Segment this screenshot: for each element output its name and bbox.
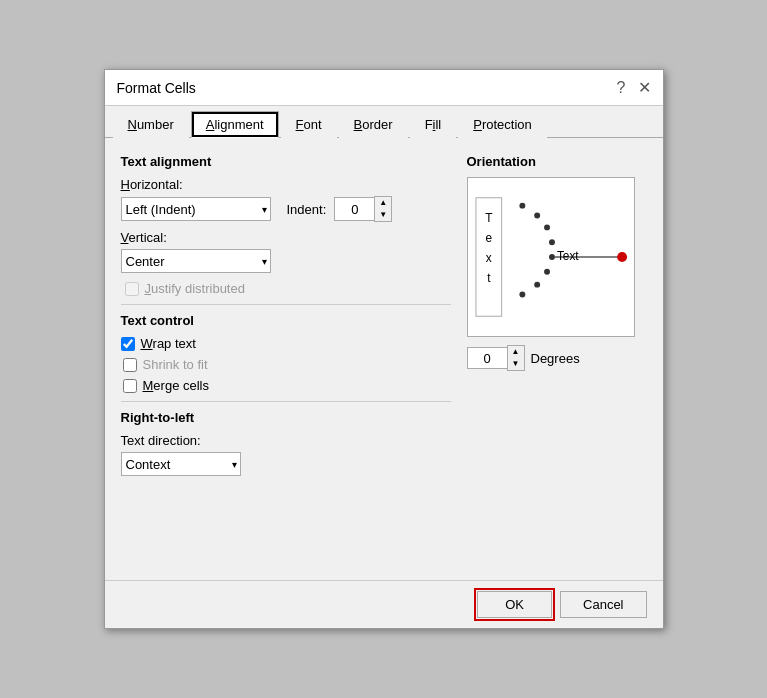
svg-point-10 xyxy=(544,269,550,275)
text-direction-label: Text direction: xyxy=(121,433,451,448)
degree-up-button[interactable]: ▲ xyxy=(508,346,524,358)
text-alignment-section-title: Text alignment xyxy=(121,154,451,169)
svg-text:Text: Text xyxy=(556,249,578,263)
svg-point-7 xyxy=(544,224,550,230)
right-panel: Orientation T e x t xyxy=(467,154,647,564)
indent-input[interactable] xyxy=(334,197,374,221)
degree-input[interactable] xyxy=(467,347,507,369)
cancel-button[interactable]: Cancel xyxy=(560,591,646,618)
tab-font[interactable]: Font xyxy=(281,111,337,138)
vertical-select[interactable]: Top Center Bottom Justify Distributed xyxy=(121,249,271,273)
indent-spinner-buttons: ▲ ▼ xyxy=(374,196,392,222)
svg-point-8 xyxy=(549,239,555,245)
merge-cells-label: Merge cells xyxy=(143,378,209,393)
tab-fill[interactable]: Fill xyxy=(410,111,457,138)
indent-spinner: ▲ ▼ xyxy=(334,196,392,222)
orientation-label: Orientation xyxy=(467,154,647,169)
orientation-svg: T e x t Text xyxy=(468,178,634,336)
horizontal-row: General Left (Indent) Center Right (Inde… xyxy=(121,196,451,222)
text-direction-row: Context Left-to-Right Right-to-Left xyxy=(121,452,451,476)
svg-point-11 xyxy=(534,282,540,288)
degree-row: ▲ ▼ Degrees xyxy=(467,345,647,371)
horizontal-label: Horizontal: xyxy=(121,177,451,192)
svg-point-12 xyxy=(519,292,525,298)
degree-down-button[interactable]: ▼ xyxy=(508,358,524,370)
text-direction-select-wrapper: Context Left-to-Right Right-to-Left xyxy=(121,452,241,476)
title-bar: Format Cells ? ✕ xyxy=(105,70,663,106)
tab-protection[interactable]: Protection xyxy=(458,111,547,138)
justify-distributed-label: Justify distributed xyxy=(145,281,245,296)
degree-spinner: ▲ ▼ xyxy=(467,345,525,371)
horizontal-select-wrapper: General Left (Indent) Center Right (Inde… xyxy=(121,197,271,221)
help-icon[interactable]: ? xyxy=(617,79,626,97)
wrap-text-checkbox[interactable] xyxy=(121,337,135,351)
wrap-text-label: Wrap text xyxy=(141,336,196,351)
ok-button[interactable]: OK xyxy=(477,591,552,618)
wrap-text-row: Wrap text xyxy=(121,336,451,351)
tab-alignment[interactable]: Alignment xyxy=(191,111,279,138)
merge-cells-checkbox[interactable] xyxy=(123,379,137,393)
degree-spinner-buttons: ▲ ▼ xyxy=(507,345,525,371)
indent-up-button[interactable]: ▲ xyxy=(375,197,391,209)
svg-text:e: e xyxy=(485,231,492,245)
indent-row: Indent: ▲ ▼ xyxy=(287,196,393,222)
vertical-label: Vertical: xyxy=(121,230,451,245)
svg-text:x: x xyxy=(485,251,491,265)
indent-label: Indent: xyxy=(287,202,327,217)
merge-cells-row: Merge cells xyxy=(121,378,451,393)
shrink-to-fit-label: Shrink to fit xyxy=(143,357,208,372)
svg-point-9 xyxy=(549,254,555,260)
vertical-select-wrapper: Top Center Bottom Justify Distributed xyxy=(121,249,271,273)
svg-point-6 xyxy=(534,213,540,219)
shrink-to-fit-row: Shrink to fit xyxy=(121,357,451,372)
vertical-row: Top Center Bottom Justify Distributed xyxy=(121,249,451,273)
close-icon[interactable]: ✕ xyxy=(638,78,651,97)
svg-text:t: t xyxy=(487,271,491,285)
justify-distributed-row: Justify distributed xyxy=(121,281,451,296)
orientation-box: T e x t Text xyxy=(467,177,635,337)
justify-distributed-checkbox[interactable] xyxy=(125,282,139,296)
title-icons: ? ✕ xyxy=(617,78,651,97)
tab-border[interactable]: Border xyxy=(339,111,408,138)
tab-bar: Number Alignment Font Border Fill Protec… xyxy=(105,106,663,138)
shrink-to-fit-checkbox[interactable] xyxy=(123,358,137,372)
svg-point-5 xyxy=(519,203,525,209)
svg-point-15 xyxy=(617,252,627,262)
horizontal-select[interactable]: General Left (Indent) Center Right (Inde… xyxy=(121,197,271,221)
dialog-content: Text alignment Horizontal: General Left … xyxy=(105,138,663,580)
dialog-footer: OK Cancel xyxy=(105,580,663,628)
indent-down-button[interactable]: ▼ xyxy=(375,209,391,221)
left-panel: Text alignment Horizontal: General Left … xyxy=(121,154,451,564)
dialog-title: Format Cells xyxy=(117,80,196,96)
text-direction-select[interactable]: Context Left-to-Right Right-to-Left xyxy=(121,452,241,476)
right-to-left-section-title: Right-to-left xyxy=(121,410,451,425)
svg-text:T: T xyxy=(485,211,492,225)
format-cells-dialog: Format Cells ? ✕ Number Alignment Font B… xyxy=(104,69,664,629)
tab-number[interactable]: Number xyxy=(113,111,189,138)
degrees-label: Degrees xyxy=(531,351,580,366)
text-control-section-title: Text control xyxy=(121,313,451,328)
